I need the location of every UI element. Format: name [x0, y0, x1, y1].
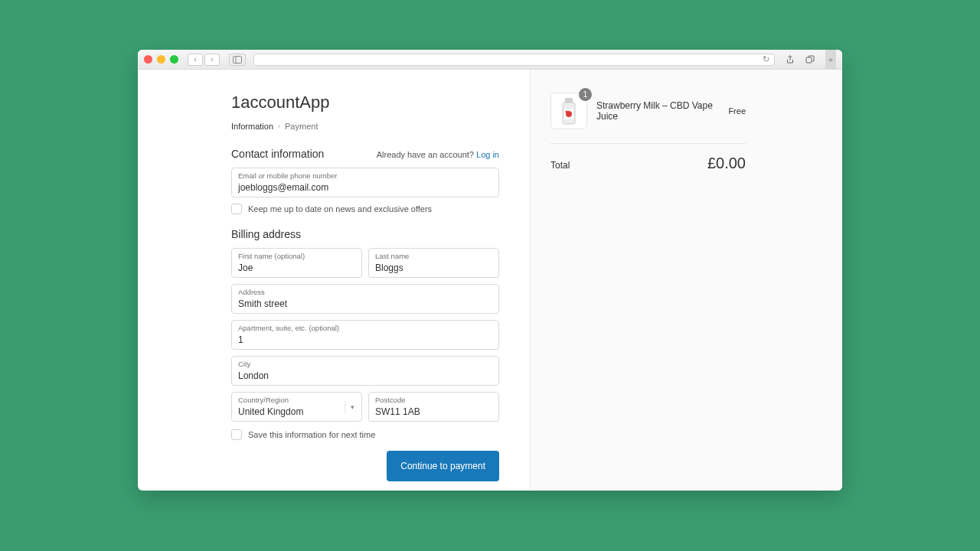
cart-item: 1 Strawberry Milk – CBD Vape Juice Free: [550, 93, 746, 144]
forward-button[interactable]: ›: [204, 54, 220, 66]
save-info-label: Save this information for next time: [248, 430, 375, 439]
save-info-checkbox[interactable]: [231, 429, 242, 440]
svg-rect-3: [565, 98, 573, 103]
window-controls: [144, 55, 178, 64]
country-field[interactable]: Country/Region ▾: [231, 392, 362, 422]
product-thumbnail: 1: [550, 93, 587, 129]
order-summary: 1 Strawberry Milk – CBD Vape Juice Free …: [530, 70, 842, 491]
svg-point-7: [566, 111, 568, 113]
firstname-field[interactable]: First name (optional): [231, 248, 362, 278]
page-title: 1accountApp: [231, 93, 499, 112]
back-button[interactable]: ‹: [188, 54, 203, 66]
breadcrumb-information[interactable]: Information: [231, 122, 273, 131]
chevron-right-icon: ›: [278, 122, 280, 130]
login-link[interactable]: Log in: [476, 150, 499, 159]
billing-heading: Billing address: [231, 228, 499, 240]
sidebar-toggle-button[interactable]: [229, 54, 246, 66]
browser-window: ‹ › ↻ + 1accountApp Information › Paymen…: [138, 50, 842, 491]
newsletter-checkbox[interactable]: [231, 204, 242, 214]
address-field[interactable]: Address: [231, 284, 499, 314]
apartment-field[interactable]: Apartment, suite, etc. (optional): [231, 320, 499, 350]
contact-heading: Contact information: [231, 148, 324, 160]
postcode-input[interactable]: [375, 406, 492, 418]
newsletter-label: Keep me up to date on news and exclusive…: [248, 204, 432, 214]
quantity-badge: 1: [579, 88, 592, 101]
apartment-input[interactable]: [238, 334, 492, 346]
lastname-input[interactable]: [375, 262, 492, 274]
titlebar: ‹ › ↻ +: [138, 50, 842, 70]
fullscreen-window-icon[interactable]: [170, 55, 178, 64]
close-window-icon[interactable]: [144, 55, 152, 64]
reload-icon[interactable]: ↻: [763, 54, 769, 64]
email-field[interactable]: Email or mobile phone number: [231, 168, 499, 197]
product-price: Free: [728, 106, 746, 116]
country-select[interactable]: [238, 406, 355, 418]
city-field[interactable]: City: [231, 356, 499, 386]
firstname-input[interactable]: [238, 262, 355, 274]
breadcrumb: Information › Payment: [231, 122, 499, 131]
email-input[interactable]: [238, 181, 492, 194]
minimize-window-icon[interactable]: [157, 55, 165, 64]
new-tab-button[interactable]: +: [825, 50, 836, 70]
tabs-button[interactable]: [802, 54, 818, 66]
tabs-icon: [805, 55, 815, 64]
vape-bottle-icon: [557, 96, 580, 126]
login-prompt: Already have an account? Log in: [377, 150, 499, 159]
total-value: £0.00: [707, 155, 746, 172]
address-bar[interactable]: ↻: [253, 54, 775, 66]
postcode-field[interactable]: Postcode: [368, 392, 499, 422]
sidebar-icon: [233, 56, 242, 64]
city-input[interactable]: [238, 370, 492, 382]
email-label: Email or mobile phone number: [238, 171, 492, 180]
checkout-form: 1accountApp Information › Payment Contac…: [138, 70, 530, 491]
share-button[interactable]: [782, 54, 798, 66]
total-label: Total: [550, 160, 570, 171]
share-icon: [786, 55, 795, 64]
chevron-down-icon: ▾: [345, 401, 357, 413]
svg-rect-0: [234, 56, 242, 63]
product-name: Strawberry Milk – CBD Vape Juice: [596, 100, 719, 122]
lastname-field[interactable]: Last name: [368, 248, 499, 278]
continue-button[interactable]: Continue to payment: [387, 451, 499, 481]
svg-rect-2: [806, 57, 812, 63]
breadcrumb-payment: Payment: [285, 122, 318, 131]
address-input[interactable]: [238, 298, 492, 310]
